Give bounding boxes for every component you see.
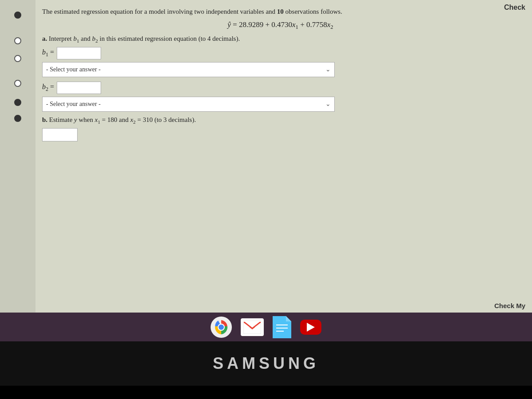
radio-circle-5[interactable]: [14, 99, 21, 106]
taskbar: [0, 313, 532, 341]
b1-input[interactable]: [57, 47, 101, 59]
b2-label: b2 =: [42, 83, 54, 93]
select-placeholder-1: - Select your answer -: [46, 66, 101, 73]
part-b-label: b. Estimate y when x1 = 180 and x2 = 310…: [42, 116, 519, 125]
chevron-down-icon-2: ⌄: [325, 100, 331, 108]
b1-row: b1 =: [42, 47, 519, 59]
check-my-work-button[interactable]: Check My: [494, 302, 525, 309]
radio-item-1[interactable]: [0, 9, 35, 21]
radio-circle-3[interactable]: [14, 55, 21, 62]
select-answer-1[interactable]: - Select your answer - ⌄: [42, 62, 335, 77]
youtube-icon[interactable]: [300, 320, 321, 335]
radio-item-2[interactable]: [0, 35, 35, 47]
bold-number: 10: [277, 8, 284, 15]
radio-circle-6[interactable]: [14, 115, 21, 122]
problem-intro: The estimated regression equation for a …: [42, 7, 519, 17]
b1-label: b1 =: [42, 48, 54, 58]
chevron-down-icon-1: ⌄: [325, 66, 331, 73]
select-placeholder-2: - Select your answer -: [46, 101, 101, 108]
sidebar: [0, 0, 35, 315]
svg-point-2: [219, 325, 224, 330]
radio-circle-4[interactable]: [14, 80, 21, 87]
radio-circle-1[interactable]: [14, 12, 21, 19]
bottom-bar: [0, 386, 532, 399]
b2-row: b2 =: [42, 82, 519, 94]
radio-circle-2[interactable]: [14, 37, 21, 44]
intro-text: The estimated regression equation for a …: [42, 8, 277, 15]
part-b-answer-input[interactable]: [42, 128, 78, 141]
main-content-area: Check The estimated regression equation …: [0, 0, 532, 315]
files-icon[interactable]: [273, 316, 291, 338]
check-button-top[interactable]: Check: [504, 4, 525, 12]
samsung-branding-area: SAMSUNG: [0, 341, 532, 386]
gmail-icon[interactable]: [241, 318, 264, 336]
regression-equation: ŷ = 28.9289 + 0.4730x1 + 0.7758x2: [42, 20, 519, 31]
radio-item-6[interactable]: [0, 112, 35, 125]
samsung-logo: SAMSUNG: [213, 354, 319, 373]
radio-item-3[interactable]: [0, 52, 35, 65]
b2-input[interactable]: [57, 82, 101, 94]
intro-end: observations follows.: [286, 8, 342, 15]
youtube-play-icon: [307, 323, 315, 332]
chrome-icon[interactable]: [211, 317, 232, 338]
select-answer-2[interactable]: - Select your answer - ⌄: [42, 97, 335, 112]
radio-item-5[interactable]: [0, 96, 35, 109]
part-a-label: a. Interpret b1 and b2 in this estimated…: [42, 35, 519, 43]
problem-content: Check The estimated regression equation …: [35, 0, 532, 315]
radio-item-4[interactable]: [0, 77, 35, 90]
